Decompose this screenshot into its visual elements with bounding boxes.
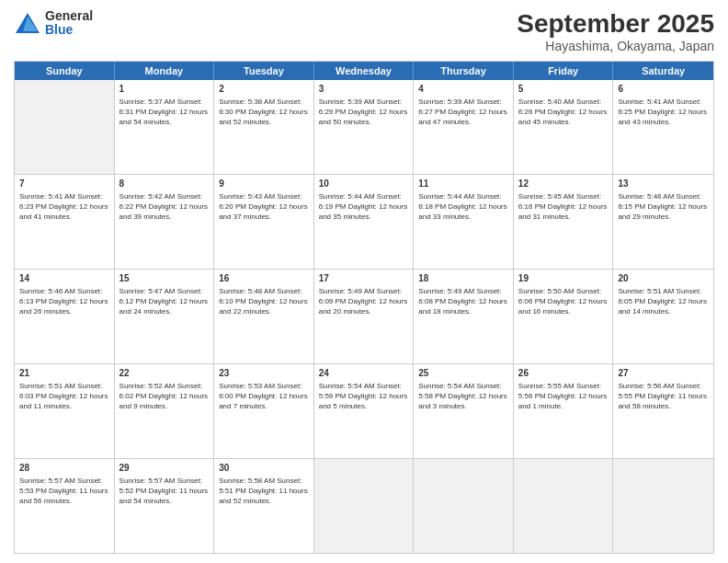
cal-cell — [613, 459, 713, 553]
cell-detail: Sunrise: 5:57 AM Sunset: 5:52 PM Dayligh… — [119, 476, 210, 507]
cal-cell — [314, 459, 415, 553]
cal-cell: 3Sunrise: 5:39 AM Sunset: 6:29 PM Daylig… — [314, 80, 415, 174]
day-number: 16 — [219, 272, 309, 285]
cell-detail: Sunrise: 5:38 AM Sunset: 6:30 PM Dayligh… — [219, 97, 309, 128]
cal-cell: 9Sunrise: 5:43 AM Sunset: 6:20 PM Daylig… — [214, 175, 314, 269]
cal-cell: 16Sunrise: 5:48 AM Sunset: 6:10 PM Dayli… — [214, 270, 314, 363]
cell-detail: Sunrise: 5:49 AM Sunset: 6:09 PM Dayligh… — [319, 286, 409, 317]
day-number: 23 — [219, 367, 309, 380]
day-number: 30 — [219, 462, 309, 475]
title-block: September 2025 Hayashima, Okayama, Japan — [517, 9, 714, 53]
logo-text: General Blue — [45, 9, 93, 38]
header-day-monday: Monday — [115, 62, 215, 80]
cal-row-0: 1Sunrise: 5:37 AM Sunset: 6:31 PM Daylig… — [15, 80, 713, 175]
calendar-body: 1Sunrise: 5:37 AM Sunset: 6:31 PM Daylig… — [15, 80, 713, 553]
cell-detail: Sunrise: 5:39 AM Sunset: 6:27 PM Dayligh… — [418, 97, 508, 128]
cell-detail: Sunrise: 5:44 AM Sunset: 6:18 PM Dayligh… — [418, 191, 508, 223]
cell-detail: Sunrise: 5:52 AM Sunset: 6:02 PM Dayligh… — [119, 381, 210, 412]
cal-cell: 4Sunrise: 5:39 AM Sunset: 6:27 PM Daylig… — [414, 80, 514, 174]
cell-detail: Sunrise: 5:44 AM Sunset: 6:19 PM Dayligh… — [319, 191, 409, 223]
cal-cell — [414, 459, 514, 553]
cal-cell: 17Sunrise: 5:49 AM Sunset: 6:09 PM Dayli… — [314, 270, 415, 363]
day-number: 27 — [618, 367, 709, 380]
cell-detail: Sunrise: 5:37 AM Sunset: 6:31 PM Dayligh… — [119, 97, 210, 128]
day-number: 4 — [418, 83, 508, 96]
cell-detail: Sunrise: 5:57 AM Sunset: 5:53 PM Dayligh… — [19, 476, 109, 507]
cell-detail: Sunrise: 5:48 AM Sunset: 6:10 PM Dayligh… — [219, 286, 309, 317]
header-day-tuesday: Tuesday — [214, 62, 314, 80]
cal-row-4: 28Sunrise: 5:57 AM Sunset: 5:53 PM Dayli… — [15, 459, 713, 553]
page: General Blue September 2025 Hayashima, O… — [0, 0, 728, 563]
cell-detail: Sunrise: 5:47 AM Sunset: 6:12 PM Dayligh… — [119, 286, 210, 317]
day-number: 29 — [119, 462, 210, 475]
cell-detail: Sunrise: 5:49 AM Sunset: 6:08 PM Dayligh… — [418, 286, 508, 317]
day-number: 14 — [19, 272, 109, 285]
logo: General Blue — [14, 9, 93, 38]
title-month: September 2025 — [517, 9, 714, 39]
cell-detail: Sunrise: 5:50 AM Sunset: 6:06 PM Dayligh… — [518, 286, 609, 317]
cal-cell: 30Sunrise: 5:58 AM Sunset: 5:51 PM Dayli… — [214, 459, 314, 553]
logo-blue: Blue — [45, 23, 93, 37]
cal-cell: 27Sunrise: 5:56 AM Sunset: 5:55 PM Dayli… — [613, 364, 713, 458]
day-number: 13 — [618, 178, 709, 190]
cell-detail: Sunrise: 5:46 AM Sunset: 6:13 PM Dayligh… — [19, 286, 109, 317]
logo-general: General — [45, 9, 93, 23]
header: General Blue September 2025 Hayashima, O… — [14, 9, 714, 53]
header-day-saturday: Saturday — [613, 62, 713, 80]
cal-cell: 15Sunrise: 5:47 AM Sunset: 6:12 PM Dayli… — [115, 270, 215, 363]
cal-cell: 1Sunrise: 5:37 AM Sunset: 6:31 PM Daylig… — [115, 80, 215, 174]
cal-cell: 14Sunrise: 5:46 AM Sunset: 6:13 PM Dayli… — [15, 270, 115, 363]
cell-detail: Sunrise: 5:40 AM Sunset: 6:26 PM Dayligh… — [518, 97, 609, 128]
cal-cell: 12Sunrise: 5:45 AM Sunset: 6:16 PM Dayli… — [514, 175, 614, 269]
cell-detail: Sunrise: 5:41 AM Sunset: 6:25 PM Dayligh… — [618, 97, 709, 128]
cell-detail: Sunrise: 5:54 AM Sunset: 5:58 PM Dayligh… — [418, 381, 508, 412]
cell-detail: Sunrise: 5:39 AM Sunset: 6:29 PM Dayligh… — [319, 97, 409, 128]
day-number: 9 — [219, 178, 309, 190]
cal-cell: 22Sunrise: 5:52 AM Sunset: 6:02 PM Dayli… — [115, 364, 215, 458]
cell-detail: Sunrise: 5:58 AM Sunset: 5:51 PM Dayligh… — [219, 476, 309, 507]
day-number: 24 — [319, 367, 409, 380]
calendar: SundayMondayTuesdayWednesdayThursdayFrid… — [14, 61, 714, 554]
cell-detail: Sunrise: 5:53 AM Sunset: 6:00 PM Dayligh… — [219, 381, 309, 412]
cal-cell: 25Sunrise: 5:54 AM Sunset: 5:58 PM Dayli… — [414, 364, 514, 458]
cal-cell: 11Sunrise: 5:44 AM Sunset: 6:18 PM Dayli… — [414, 175, 514, 269]
cell-detail: Sunrise: 5:42 AM Sunset: 6:22 PM Dayligh… — [119, 191, 210, 223]
day-number: 26 — [518, 367, 609, 380]
day-number: 6 — [618, 83, 709, 96]
day-number: 8 — [119, 178, 210, 190]
cal-cell: 6Sunrise: 5:41 AM Sunset: 6:25 PM Daylig… — [613, 80, 713, 174]
day-number: 17 — [319, 272, 409, 285]
cal-cell: 20Sunrise: 5:51 AM Sunset: 6:05 PM Dayli… — [613, 270, 713, 363]
cal-cell: 19Sunrise: 5:50 AM Sunset: 6:06 PM Dayli… — [514, 270, 614, 363]
day-number: 25 — [418, 367, 508, 380]
cal-cell: 18Sunrise: 5:49 AM Sunset: 6:08 PM Dayli… — [414, 270, 514, 363]
day-number: 7 — [19, 178, 109, 190]
cal-cell: 5Sunrise: 5:40 AM Sunset: 6:26 PM Daylig… — [514, 80, 614, 174]
cal-cell: 24Sunrise: 5:54 AM Sunset: 5:59 PM Dayli… — [314, 364, 415, 458]
cell-detail: Sunrise: 5:55 AM Sunset: 5:56 PM Dayligh… — [518, 381, 609, 412]
header-day-friday: Friday — [514, 62, 614, 80]
cal-cell: 29Sunrise: 5:57 AM Sunset: 5:52 PM Dayli… — [115, 459, 215, 553]
cal-cell: 13Sunrise: 5:46 AM Sunset: 6:15 PM Dayli… — [613, 175, 713, 269]
cal-cell — [514, 459, 614, 553]
cal-cell: 26Sunrise: 5:55 AM Sunset: 5:56 PM Dayli… — [514, 364, 614, 458]
cal-row-2: 14Sunrise: 5:46 AM Sunset: 6:13 PM Dayli… — [15, 270, 713, 364]
cal-cell: 23Sunrise: 5:53 AM Sunset: 6:00 PM Dayli… — [214, 364, 314, 458]
day-number: 3 — [319, 83, 409, 96]
header-day-wednesday: Wednesday — [314, 62, 415, 80]
day-number: 15 — [119, 272, 210, 285]
cal-cell: 2Sunrise: 5:38 AM Sunset: 6:30 PM Daylig… — [214, 80, 314, 174]
cell-detail: Sunrise: 5:54 AM Sunset: 5:59 PM Dayligh… — [319, 381, 409, 412]
title-location: Hayashima, Okayama, Japan — [517, 39, 714, 53]
logo-icon — [14, 9, 41, 37]
day-number: 1 — [119, 83, 210, 96]
cell-detail: Sunrise: 5:43 AM Sunset: 6:20 PM Dayligh… — [219, 191, 309, 223]
day-number: 28 — [19, 462, 109, 475]
cal-cell: 28Sunrise: 5:57 AM Sunset: 5:53 PM Dayli… — [15, 459, 115, 553]
header-day-thursday: Thursday — [414, 62, 514, 80]
cal-row-3: 21Sunrise: 5:51 AM Sunset: 6:03 PM Dayli… — [15, 364, 713, 459]
calendar-header: SundayMondayTuesdayWednesdayThursdayFrid… — [15, 62, 713, 80]
day-number: 20 — [618, 272, 709, 285]
cell-detail: Sunrise: 5:51 AM Sunset: 6:03 PM Dayligh… — [19, 381, 109, 412]
cal-cell: 21Sunrise: 5:51 AM Sunset: 6:03 PM Dayli… — [15, 364, 115, 458]
